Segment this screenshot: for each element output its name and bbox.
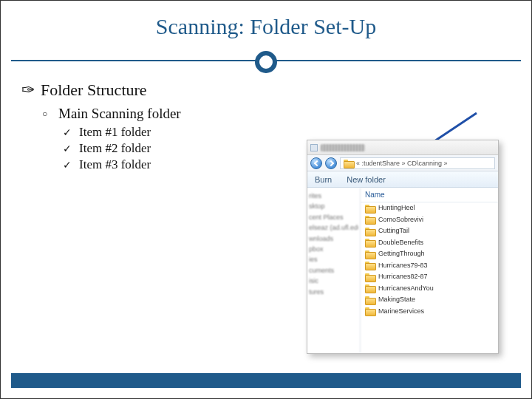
column-header-name[interactable]: Name (361, 189, 498, 202)
address-bar: « :tudentShare » CD\canning » (307, 155, 498, 171)
lvl1-text: Folder Structure (41, 81, 147, 100)
folder-row[interactable]: Hurricanes79-83 (361, 260, 498, 272)
swirl-bullet-icon: ✑ (21, 81, 41, 100)
explorer-toolbar: Burn New folder (307, 171, 498, 188)
sidebar-item[interactable]: sktop (309, 201, 358, 211)
lvl2-text: Main Scanning folder (58, 106, 181, 122)
slide: Scanning: Folder Set-Up ✑ Folder Structu… (0, 0, 532, 399)
sidebar-item[interactable]: pbox (309, 244, 358, 254)
file-list: Name HuntingHeel ComoSobrevivi CuttingTa… (361, 188, 498, 353)
lvl3-text: Item #2 folder (79, 141, 151, 156)
sidebar-item[interactable]: ies (309, 254, 358, 265)
folder-row[interactable]: DoubleBenefits (361, 237, 498, 249)
titlebar-text (321, 144, 365, 151)
folder-row[interactable]: MarineServices (361, 306, 498, 318)
sidebar-item[interactable]: elseaz (ad.ufl.edu (309, 222, 358, 233)
nav-back-button[interactable] (310, 157, 322, 169)
toolbar-new-folder[interactable]: New folder (347, 175, 386, 184)
slide-title: Scanning: Folder Set-Up (1, 1, 531, 47)
folder-icon (365, 273, 375, 281)
folder-icon (344, 160, 353, 167)
sidebar-item[interactable]: cent Places (309, 212, 358, 222)
folder-icon (365, 216, 375, 223)
titlebar-glyph-icon (310, 144, 318, 151)
bullet-lvl2: ○ Main Scanning folder (42, 106, 511, 122)
sidebar-item[interactable]: isic (309, 276, 358, 286)
folder-row[interactable]: ComoSobrevivi (361, 214, 498, 226)
lvl3-text: Item #3 folder (79, 157, 151, 172)
folder-icon (365, 284, 375, 292)
check-bullet-icon: ✓ (63, 126, 79, 139)
toolbar-burn[interactable]: Burn (315, 175, 332, 184)
bullet-lvl1: ✑ Folder Structure (21, 81, 511, 100)
explorer-body: rites sktop cent Places elseaz (ad.ufl.e… (307, 188, 498, 353)
circle-bullet-icon: ○ (42, 109, 58, 120)
folder-row[interactable]: GettingThrough (361, 248, 498, 260)
explorer-screenshot: « :tudentShare » CD\canning » Burn New f… (307, 140, 499, 354)
folder-icon (365, 296, 375, 304)
folder-icon (365, 239, 375, 246)
check-bullet-icon: ✓ (63, 143, 79, 155)
lvl3-text: Item #1 folder (79, 125, 151, 140)
footer-bar (11, 373, 521, 388)
sidebar-item[interactable]: wnloads (309, 233, 358, 244)
circle-ornament-icon (255, 51, 277, 73)
explorer-sidebar: rites sktop cent Places elseaz (ad.ufl.e… (307, 188, 361, 353)
folder-icon (365, 205, 375, 212)
sidebar-item[interactable]: rites (309, 191, 358, 201)
bullet-lvl3: ✓ Item #1 folder (63, 125, 511, 140)
folder-row[interactable]: Hurricanes82-87 (361, 271, 498, 283)
sidebar-item[interactable]: cuments (309, 265, 358, 276)
breadcrumb-text: « :tudentShare » CD\canning » (356, 160, 448, 167)
folder-icon (365, 228, 375, 235)
folder-row[interactable]: HuntingHeel (361, 202, 498, 214)
window-titlebar (307, 140, 498, 155)
sidebar-item[interactable]: tures (309, 287, 358, 297)
breadcrumb[interactable]: « :tudentShare » CD\canning » (340, 157, 495, 169)
folder-row[interactable]: CuttingTail (361, 225, 498, 237)
folder-icon (365, 307, 375, 315)
folder-icon (365, 262, 375, 269)
folder-row[interactable]: HurricanesAndYou (361, 283, 498, 295)
folder-row[interactable]: MakingState (361, 294, 498, 306)
title-rule (1, 47, 531, 76)
nav-forward-button[interactable] (325, 157, 337, 169)
check-bullet-icon: ✓ (63, 159, 79, 171)
folder-icon (365, 250, 375, 258)
